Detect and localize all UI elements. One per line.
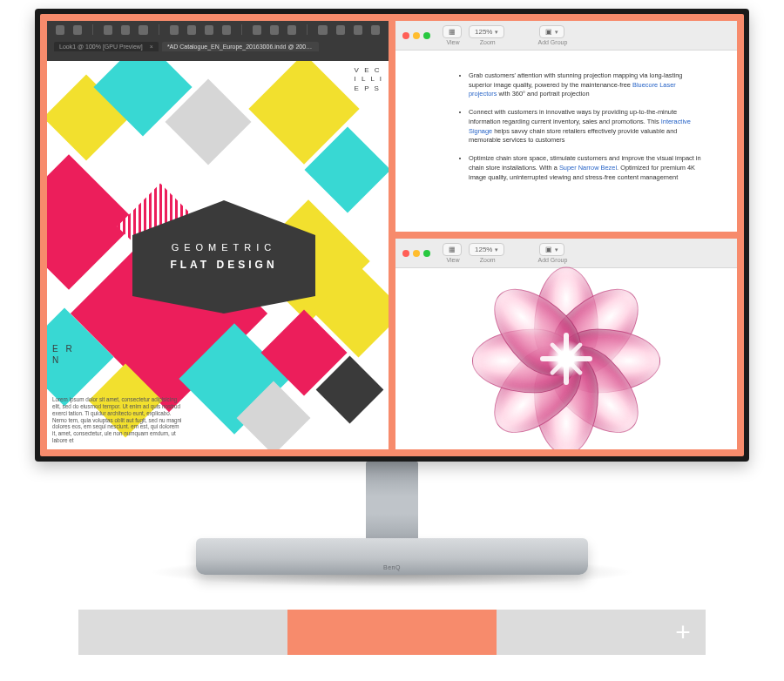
add-group-label: Add Group (537, 39, 567, 45)
minimize-window-icon[interactable] (413, 250, 420, 257)
document-tab-label: *AD Catalogue_EN_Europe_20163006.indd @ … (167, 44, 319, 50)
tool-icon[interactable] (73, 25, 82, 35)
add-group-control[interactable]: ▣▾ Add Group (536, 243, 567, 263)
chevron-down-icon: ▾ (495, 246, 498, 253)
corner-line: E P S (355, 84, 383, 93)
tool-icon[interactable] (336, 25, 345, 35)
tool-icon[interactable] (170, 25, 179, 35)
tool-icon[interactable] (253, 25, 261, 35)
document-tab[interactable]: Look1 @ 100% [GPU Preview] × (54, 42, 159, 51)
chevron-down-icon: ▾ (495, 29, 498, 36)
toolbar-separator (307, 24, 308, 35)
artboard-lorem: Lorem ipsum dolor sit amet, consectetur … (52, 396, 183, 444)
close-window-icon[interactable] (402, 32, 409, 39)
layers-icon: ▣ (545, 246, 552, 253)
grid-icon: ▦ (449, 28, 456, 36)
zoom-label: Zoom (480, 39, 496, 45)
design-app-toolbar: Look1 @ 100% [GPU Preview] × *AD Catalog… (47, 21, 389, 61)
chevron-down-icon: ▾ (555, 29, 558, 36)
list-item: Connect with customers in innovative way… (469, 108, 702, 145)
add-group-control[interactable]: ▣▾ Add Group (536, 25, 567, 45)
zoom-control[interactable]: 125% ▾ Zoom (469, 25, 504, 45)
close-window-icon[interactable] (402, 250, 409, 257)
tool-icon[interactable] (371, 25, 380, 35)
toolbar-separator (241, 24, 242, 35)
layout-tab-active[interactable] (287, 610, 497, 655)
tool-icon[interactable] (187, 25, 196, 35)
design-app-tabs: Look1 @ 100% [GPU Preview] × *AD Catalog… (47, 38, 389, 54)
layout-tab-bar: + (78, 610, 706, 655)
text: Connect with customers in innovative way… (469, 108, 677, 125)
layout-root: BenQ (0, 0, 784, 681)
monitor-bezel: Look1 @ 100% [GPU Preview] × *AD Catalog… (35, 9, 749, 462)
pane-design-app: Look1 @ 100% [GPU Preview] × *AD Catalog… (47, 21, 389, 449)
tool-icon[interactable] (56, 25, 64, 35)
tool-icon[interactable] (121, 25, 130, 35)
text: with 360° and portrait projection (497, 90, 589, 98)
zoom-value: 125% (475, 246, 492, 253)
window-chrome: ▦ View 125% ▾ Zoom ▣▾ Add Group (395, 21, 737, 51)
zoom-control[interactable]: 125% ▾ Zoom (469, 243, 504, 263)
artboard-banner: GEOMETRIC FLAT DESIGN (132, 200, 315, 314)
traffic-lights (402, 32, 430, 39)
tool-icon[interactable] (104, 25, 112, 35)
layers-icon: ▣ (545, 28, 552, 36)
toolbar-separator (159, 24, 159, 35)
view-label: View (446, 257, 459, 263)
list-item: Grab customers' attention with stunning … (469, 71, 702, 99)
document-tab-active[interactable]: *AD Catalogue_EN_Europe_20163006.indd @ … (162, 42, 319, 51)
document-body[interactable]: Grab customers' attention with stunning … (395, 51, 737, 199)
add-group-label: Add Group (537, 257, 567, 263)
tool-icon[interactable] (205, 25, 213, 35)
grid-icon: ▦ (449, 246, 456, 253)
zoom-label: Zoom (480, 257, 496, 263)
text: helps savvy chain store retailers effect… (469, 127, 677, 145)
bullet-list: Grab customers' attention with stunning … (456, 71, 702, 182)
document-tab-label: Look1 @ 100% [GPU Preview] (59, 44, 143, 50)
rendered-3d-object (483, 293, 649, 424)
design-toolbar-row (47, 21, 389, 38)
pane-document-preview: ▦ View 125% ▾ Zoom ▣▾ Add Group (395, 21, 737, 232)
artboard[interactable]: GEOMETRIC FLAT DESIGN V E C I L L I E P … (47, 61, 389, 449)
minimize-window-icon[interactable] (413, 32, 420, 39)
maximize-window-icon[interactable] (423, 32, 430, 39)
layout-tab[interactable] (78, 610, 287, 655)
banner-line2: FLAT DESIGN (170, 257, 277, 273)
tool-icon[interactable] (270, 25, 279, 35)
chevron-down-icon: ▾ (555, 246, 558, 253)
tool-icon[interactable] (318, 25, 327, 35)
image-canvas[interactable] (395, 268, 737, 449)
toolbar-separator (92, 24, 93, 35)
tool-icon[interactable] (287, 25, 296, 35)
left-line: N (52, 354, 75, 366)
screen: Look1 @ 100% [GPU Preview] × *AD Catalog… (40, 14, 744, 456)
corner-line: I L L I (355, 75, 383, 84)
tool-icon[interactable] (354, 25, 362, 35)
monitor-brand: BenQ (383, 538, 401, 570)
tool-icon[interactable] (222, 25, 231, 35)
traffic-lights (402, 250, 430, 257)
add-layout-button[interactable]: + (660, 610, 706, 655)
zoom-value: 125% (475, 28, 492, 36)
tool-icon[interactable] (139, 25, 147, 35)
view-label: View (446, 39, 459, 45)
pane-image-preview: ▦ View 125% ▾ Zoom ▣▾ Add Group (395, 239, 737, 449)
plus-icon: + (675, 619, 691, 645)
left-line: E R (52, 343, 75, 354)
window-chrome: ▦ View 125% ▾ Zoom ▣▾ Add Group (395, 239, 737, 268)
list-item: Optimize chain store space, stimulate cu… (469, 154, 702, 182)
view-control[interactable]: ▦ View (443, 25, 462, 45)
link[interactable]: Super Narrow Bezel (559, 164, 617, 172)
maximize-window-icon[interactable] (423, 250, 430, 257)
corner-line: V E C (355, 66, 383, 75)
banner-line1: GEOMETRIC (172, 242, 277, 253)
artboard-left-text: E R N (52, 343, 75, 366)
artboard-corner-text: V E C I L L I E P S (355, 66, 383, 93)
view-control[interactable]: ▦ View (443, 243, 462, 263)
monitor-stand-neck (366, 462, 418, 549)
highlight-core (547, 340, 585, 378)
close-icon[interactable]: × (150, 44, 153, 50)
